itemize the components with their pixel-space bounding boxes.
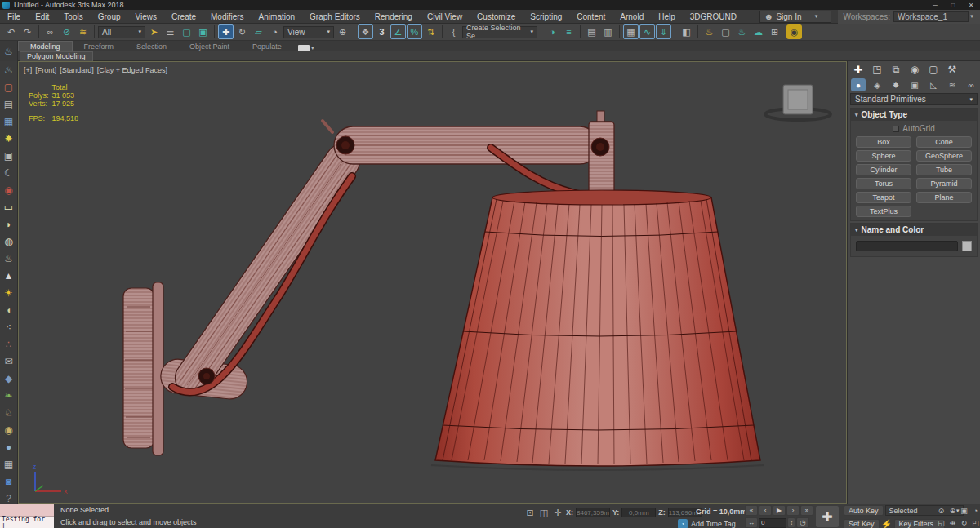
cylinder-button[interactable]: Cylinder [856,164,911,175]
viewcube[interactable] [761,77,835,126]
menu-views[interactable]: Views [128,10,165,24]
disc-primitive-icon[interactable]: ◍ [0,233,18,250]
menu-civil-view[interactable]: Civil View [420,10,470,24]
named-selection-sets-icon[interactable]: { [446,24,461,39]
maximize-viewport-toggle-icon[interactable]: ◰ [970,517,980,528]
set-key-button[interactable]: Set Key [844,519,880,528]
help-icon[interactable]: ? [0,490,18,504]
motion-tab-icon[interactable]: ◉ [907,63,922,76]
time-configuration-icon[interactable]: ◷ [796,517,809,528]
maximize-icon[interactable]: □ [944,1,962,10]
cameras-category-icon[interactable]: ▣ [907,78,922,91]
menu-group[interactable]: Group [91,10,128,24]
pan-view-icon[interactable]: ⇹ [947,517,958,528]
menu-3dground[interactable]: 3DGROUND [683,10,744,24]
name-and-color-header[interactable]: ▾ Name and Color [851,224,977,236]
rock-icon[interactable]: ◆ [0,370,18,387]
x-coordinate-field[interactable] [576,508,610,517]
menu-scripting[interactable]: Scripting [523,10,569,24]
leaf-icon[interactable]: ❧ [0,387,18,404]
select-and-manipulate-icon[interactable]: ❖ [358,24,373,39]
grid-list-icon[interactable]: ▦ [0,113,18,130]
render-in-cloud-icon[interactable]: ☁ [751,24,766,39]
spacewarps-category-icon[interactable]: ≋ [945,78,960,91]
snap-toggle-3d-icon[interactable]: 3 [374,24,390,39]
undo-icon[interactable]: ↶ [3,24,19,39]
align-icon[interactable]: ≡ [561,24,577,39]
y-coordinate-field[interactable] [621,508,656,517]
create-tab-icon[interactable]: ✚ [851,63,866,76]
select-and-rotate-icon[interactable]: ↻ [234,24,250,39]
material-editor-icon[interactable]: ◧ [679,24,694,39]
ribbon-toggle-icon[interactable]: ▦ [623,24,639,39]
go-to-end-icon[interactable]: » [800,505,813,516]
plane-primitive-icon[interactable]: ▭ [0,198,18,215]
go-to-start-icon[interactable]: « [745,505,758,516]
viewport-menu-shading[interactable]: [Clay + Edged Faces] [97,66,167,74]
selection-lock-icon[interactable]: ◫ [538,506,550,519]
utilities-tab-icon[interactable]: ⚒ [945,63,960,76]
tube-button[interactable]: Tube [916,164,972,175]
menu-create[interactable]: Create [164,10,203,24]
cone-button[interactable]: Cone [916,136,972,148]
sign-in-button[interactable]: ☻ Sign In ▾ [760,11,831,23]
named-selection-set-dropdown[interactable]: Create Selection Se ▾ [462,26,537,38]
render-window-icon[interactable]: ▢ [0,78,18,95]
play-animation-icon[interactable]: ▶ [773,505,786,516]
unlink-selection-icon[interactable]: ⊘ [59,24,74,39]
scene-explorer-icon[interactable]: ▤ [584,24,599,39]
menu-content[interactable]: Content [569,10,612,24]
viewport-front[interactable]: [+] [Front] [Standard] [Clay + Edged Fac… [18,61,847,504]
use-pivot-center-icon[interactable]: ⊕ [335,24,350,39]
render-setup-icon[interactable]: ♨ [702,24,717,39]
plane-button[interactable]: Plane [916,192,972,203]
viewport-menu-camera[interactable]: [Front] [35,66,56,74]
dome-primitive-icon[interactable]: ◗ [0,215,18,233]
previous-frame-icon[interactable]: ‹ [759,505,772,516]
teapot-primitive-icon[interactable]: ♨ [0,250,18,267]
object-type-rollout-header[interactable]: ▾ Object Type [851,109,977,121]
auto-key-button[interactable]: Auto Key [844,505,884,516]
pyramid-button[interactable]: Pyramid [916,178,972,189]
menu-arnold[interactable]: Arnold [612,10,651,24]
render-presets-icon[interactable]: ⊞ [767,24,782,39]
modify-tab-icon[interactable]: ◳ [870,63,884,76]
zoom-extents-icon[interactable]: ▣ [959,505,969,516]
menu-edit[interactable]: Edit [28,10,56,24]
textplus-button[interactable]: TextPlus [856,206,911,217]
cone-primitive-icon[interactable]: ▲ [0,267,18,284]
next-frame-icon[interactable]: › [786,505,800,516]
display-tab-icon[interactable]: ▢ [926,63,941,76]
rendered-frame-window-icon[interactable]: ▢ [718,24,733,39]
absolute-mode-icon[interactable]: ✛ [552,506,564,519]
polygon-modeling-panel-tab[interactable]: Polygon Modeling [20,51,93,61]
helpers-category-icon[interactable]: ◺ [926,78,941,91]
zoom-region-icon[interactable]: ◱ [936,517,947,528]
field-of-view-icon[interactable]: ◔ [970,505,980,516]
orbit-icon[interactable]: ↻ [959,517,969,528]
select-and-move-icon[interactable]: ✚ [218,24,234,39]
render-production-icon[interactable]: ♨ [734,24,750,39]
window-crossing-icon[interactable]: ▣ [195,24,211,39]
menu-graph-editors[interactable]: Graph Editors [302,10,368,24]
hierarchy-tab-icon[interactable]: ⧉ [889,63,903,76]
menu-animation[interactable]: Animation [252,10,302,24]
angle-snap-icon[interactable]: ∠ [390,24,406,39]
percent-snap-icon[interactable]: % [407,24,422,39]
tab-freeform[interactable]: Freeform [73,41,126,51]
moon-icon[interactable]: ☾ [0,164,18,181]
reference-coordinate-dropdown[interactable]: View ▾ [283,26,334,38]
coin-icon[interactable]: ◉ [0,421,18,438]
minimize-icon[interactable]: ─ [926,1,944,10]
viewport-menu-layout[interactable]: [Standard] [60,66,94,74]
geometry-category-icon[interactable]: ● [851,78,866,91]
ribbon-teapot-icon[interactable]: ♨ [0,41,18,61]
box-button[interactable]: Box [856,136,911,148]
notes-list-icon[interactable]: ▤ [0,95,18,113]
ribbon-minimize-dropdown[interactable]: ▾ [298,44,314,51]
video-camera-icon[interactable]: ◉ [0,181,18,198]
select-and-link-icon[interactable]: ∞ [42,24,58,39]
key-mode-toggle-icon[interactable]: ↔ [745,517,758,528]
tab-selection[interactable]: Selection [125,41,178,51]
bind-to-spacewarp-icon[interactable]: ≋ [75,24,91,39]
